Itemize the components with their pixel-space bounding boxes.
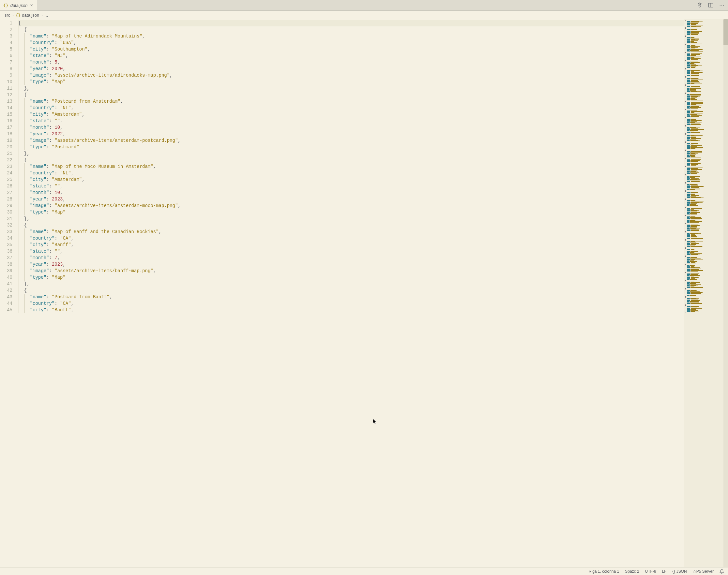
status-eol[interactable]: LF bbox=[662, 569, 667, 574]
code-line[interactable]: "month": 7, bbox=[18, 255, 684, 261]
code-line[interactable]: }, bbox=[18, 150, 684, 157]
code-line[interactable]: "country": "NL", bbox=[18, 170, 684, 176]
editor: 1234567891011121314151617181920212223242… bbox=[0, 19, 728, 567]
code-line[interactable]: { bbox=[18, 92, 684, 98]
status-language-label: JSON bbox=[676, 569, 687, 574]
code-line[interactable]: "name": "Map of Banff and the Canadian R… bbox=[18, 229, 684, 235]
code-line[interactable]: "city": "Amsterdam", bbox=[18, 111, 684, 118]
code-line[interactable]: "year": 2023, bbox=[18, 196, 684, 202]
json-icon: {} bbox=[15, 13, 21, 18]
line-numbers: 1234567891011121314151617181920212223242… bbox=[0, 19, 18, 567]
close-icon[interactable]: × bbox=[29, 2, 33, 8]
chevron-right-icon: › bbox=[12, 13, 13, 18]
code-line[interactable]: "city": "Banff", bbox=[18, 307, 684, 313]
status-p5-server[interactable]: ☆P5 Server bbox=[693, 569, 714, 574]
status-cursor[interactable]: Riga 1, colonna 1 bbox=[589, 569, 619, 574]
code-line[interactable]: "name": "Map of the Moco Museum in Amste… bbox=[18, 163, 684, 170]
breadcrumb-src[interactable]: src bbox=[5, 13, 10, 18]
code-line[interactable]: [ bbox=[18, 20, 684, 26]
code-line[interactable]: "city": "Amsterdam", bbox=[18, 176, 684, 183]
code-line[interactable]: "country": "USA", bbox=[18, 39, 684, 46]
code-line[interactable]: "image": "assets/archive-items/adirondac… bbox=[18, 72, 684, 78]
extensions-icon[interactable] bbox=[696, 2, 703, 9]
code-line[interactable]: "type": "Map" bbox=[18, 274, 684, 281]
code-line[interactable]: "type": "Postcard" bbox=[18, 144, 684, 150]
json-icon: {} bbox=[3, 3, 8, 8]
breadcrumb: src › {} data.json › ... bbox=[0, 11, 728, 19]
code-line[interactable]: "country": "CA", bbox=[18, 300, 684, 307]
code-line[interactable]: }, bbox=[18, 215, 684, 222]
code-line[interactable]: "month": 10, bbox=[18, 190, 684, 196]
code-line[interactable]: "city": "Southampton", bbox=[18, 46, 684, 53]
svg-point-4 bbox=[722, 5, 722, 5]
code-line[interactable]: "image": "assets/archive-items/banff-map… bbox=[18, 268, 684, 274]
tab-label: data.json bbox=[10, 3, 28, 8]
code-line[interactable]: { bbox=[18, 287, 684, 294]
svg-point-3 bbox=[720, 5, 721, 5]
status-bar: Riga 1, colonna 1 Spazi: 2 UTF-8 LF {} J… bbox=[0, 567, 728, 575]
scrollbar[interactable] bbox=[723, 19, 728, 567]
code-line[interactable]: "name": "Postcard from Banff", bbox=[18, 294, 684, 300]
code-line[interactable]: "country": "NL", bbox=[18, 105, 684, 111]
chevron-right-icon: › bbox=[41, 13, 42, 18]
code-line[interactable]: "state": "NJ", bbox=[18, 53, 684, 59]
notifications-icon[interactable] bbox=[720, 569, 724, 574]
code-line[interactable]: "type": "Map" bbox=[18, 78, 684, 85]
code-line[interactable]: "city": "Banff", bbox=[18, 241, 684, 248]
code-line[interactable]: { bbox=[18, 157, 684, 163]
status-indent[interactable]: Spazi: 2 bbox=[625, 569, 639, 574]
code-line[interactable]: "name": "Postcard from Amsterdam", bbox=[18, 98, 684, 105]
json-icon: {} bbox=[672, 569, 675, 574]
code-line[interactable]: "year": 2023, bbox=[18, 261, 684, 268]
breadcrumb-file-label: data.json bbox=[22, 13, 39, 18]
tab-data-json[interactable]: {} data.json × bbox=[0, 0, 37, 10]
breadcrumb-path[interactable]: ... bbox=[44, 13, 48, 18]
code-line[interactable]: "month": 5, bbox=[18, 59, 684, 66]
more-actions-icon[interactable] bbox=[718, 2, 725, 9]
code-line[interactable]: "image": "assets/archive-items/amsterdam… bbox=[18, 202, 684, 209]
status-encoding[interactable]: UTF-8 bbox=[645, 569, 656, 574]
code-line[interactable]: "year": 2020, bbox=[18, 66, 684, 72]
code-line[interactable]: "year": 2022, bbox=[18, 131, 684, 137]
code-line[interactable]: "state": "", bbox=[18, 248, 684, 255]
code-line[interactable]: "state": "", bbox=[18, 118, 684, 124]
scroll-thumb[interactable] bbox=[723, 19, 728, 45]
code-line[interactable]: "image": "assets/archive-items/amsterdam… bbox=[18, 137, 684, 144]
code-line[interactable]: "country": "CA", bbox=[18, 235, 684, 241]
code-line[interactable]: "type": "Map" bbox=[18, 209, 684, 215]
tab-actions bbox=[696, 0, 728, 10]
svg-point-5 bbox=[723, 5, 724, 5]
code-line[interactable]: { bbox=[18, 26, 684, 33]
code-line[interactable]: }, bbox=[18, 85, 684, 92]
code-line[interactable]: "name": "Map of the Adirondack Mountains… bbox=[18, 33, 684, 39]
breadcrumb-file[interactable]: {} data.json bbox=[15, 13, 39, 18]
code-line[interactable]: }, bbox=[18, 281, 684, 287]
code-line[interactable]: "month": 10, bbox=[18, 124, 684, 131]
minimap[interactable] bbox=[684, 19, 723, 567]
svg-point-0 bbox=[699, 6, 701, 7]
code-line[interactable]: "state": "", bbox=[18, 183, 684, 190]
status-language[interactable]: {} JSON bbox=[672, 569, 687, 574]
split-editor-icon[interactable] bbox=[707, 2, 714, 9]
code-line[interactable]: { bbox=[18, 222, 684, 229]
code-content[interactable]: [ { "name": "Map of the Adirondack Mount… bbox=[18, 19, 684, 567]
tab-bar: {} data.json × bbox=[0, 0, 728, 11]
